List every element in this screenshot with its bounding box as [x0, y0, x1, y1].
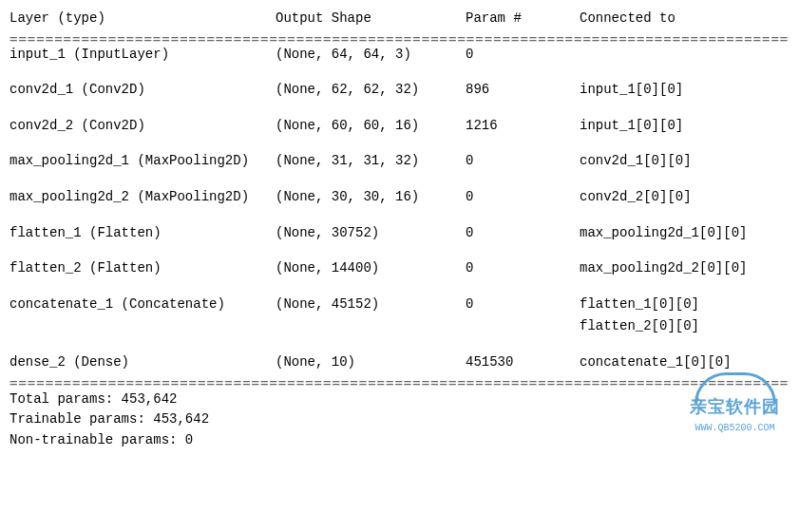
- cell-layer: max_pooling2d_2 (MaxPooling2D): [10, 188, 276, 207]
- table-row: concatenate_1 (Concatenate)(None, 45152)…: [10, 294, 789, 316]
- cell-connected: input_1[0][0]: [580, 117, 770, 136]
- separator-double: ========================================…: [10, 30, 789, 44]
- cell-layer: flatten_2 (Flatten): [10, 259, 276, 278]
- table-row: max_pooling2d_2 (MaxPooling2D)(None, 30,…: [10, 186, 789, 209]
- header-output: Output Shape: [276, 10, 466, 28]
- table-row: conv2d_2 (Conv2D)(None, 60, 60, 16)1216i…: [10, 115, 789, 138]
- cell-layer: conv2d_2 (Conv2D): [10, 117, 276, 136]
- table-body: input_1 (InputLayer)(None, 64, 64, 3)0__…: [10, 44, 789, 374]
- separator-underscore: ________________________________________…: [10, 102, 789, 115]
- cell-param: 451530: [466, 353, 580, 372]
- header-connected: Connected to: [580, 10, 770, 28]
- header-layer: Layer (type): [10, 10, 276, 28]
- separator-double-bottom: ========================================…: [10, 374, 789, 388]
- cell-param: 0: [466, 188, 580, 207]
- table-header: Layer (type) Output Shape Param # Connec…: [10, 10, 789, 28]
- cell-output: (None, 10): [276, 353, 466, 372]
- separator-underscore: ________________________________________…: [10, 338, 789, 352]
- cell-param: 0: [466, 46, 580, 65]
- cell-layer: flatten_1 (Flatten): [10, 224, 276, 243]
- cell-output: (None, 30, 30, 16): [276, 188, 466, 207]
- cell-output: (None, 64, 64, 3): [276, 46, 466, 65]
- cell-output: (None, 30752): [276, 224, 466, 243]
- total-params: Total params: 453,642: [10, 390, 789, 410]
- cell-param: 896: [466, 81, 580, 100]
- trainable-params: Trainable params: 453,642: [10, 409, 789, 430]
- cell-connected: conv2d_1[0][0]: [580, 152, 770, 171]
- cell-connected: concatenate_1[0][0]: [580, 353, 770, 372]
- table-row: max_pooling2d_1 (MaxPooling2D)(None, 31,…: [10, 150, 789, 173]
- cell-output: (None, 60, 60, 16): [276, 117, 466, 136]
- cell-layer: concatenate_1 (Concatenate): [10, 295, 276, 314]
- table-row: dense_2 (Dense)(None, 10)451530concatena…: [10, 352, 789, 374]
- separator-underscore-final: ________________________________________…: [10, 450, 789, 464]
- watermark-name: 亲宝软件园: [690, 396, 780, 420]
- table-row: input_1 (InputLayer)(None, 64, 64, 3)0: [10, 44, 789, 66]
- cell-connected: max_pooling2d_1[0][0]: [580, 224, 770, 243]
- cell-layer: dense_2 (Dense): [10, 353, 276, 372]
- cell-layer: input_1 (InputLayer): [10, 46, 276, 65]
- separator-underscore: ________________________________________…: [10, 244, 789, 257]
- cell-connected: max_pooling2d_2[0][0]: [580, 259, 770, 278]
- summary-block: Total params: 453,642 Trainable params: …: [10, 390, 789, 451]
- watermark-logo: 亲宝软件园 WWW.QB5200.COM: [690, 372, 780, 435]
- watermark-url: WWW.QB5200.COM: [690, 422, 780, 435]
- table-row: conv2d_1 (Conv2D)(None, 62, 62, 32)896in…: [10, 79, 789, 102]
- cell-connected: [580, 46, 770, 65]
- separator-underscore: ________________________________________…: [10, 66, 789, 79]
- cell-output: (None, 14400): [276, 259, 466, 278]
- cell-param: 1216: [466, 117, 580, 136]
- cell-output: (None, 45152): [276, 295, 466, 314]
- table-row-continuation: flatten_2[0][0]: [10, 315, 789, 338]
- cell-connected-extra: flatten_2[0][0]: [580, 317, 770, 336]
- table-row: flatten_1 (Flatten)(None, 30752)0max_poo…: [10, 222, 789, 245]
- cell-param: 0: [466, 295, 580, 314]
- cell-connected: input_1[0][0]: [580, 81, 770, 100]
- cell-output: (None, 62, 62, 32): [276, 81, 466, 100]
- cell-param: 0: [466, 224, 580, 243]
- nontrainable-params: Non-trainable params: 0: [10, 430, 789, 451]
- header-param: Param #: [466, 10, 580, 28]
- cell-connected: flatten_1[0][0]: [580, 295, 770, 314]
- cell-layer: max_pooling2d_1 (MaxPooling2D): [10, 152, 276, 171]
- separator-underscore: ________________________________________…: [10, 173, 789, 186]
- cell-connected: conv2d_2[0][0]: [580, 188, 770, 207]
- table-row: flatten_2 (Flatten)(None, 14400)0max_poo…: [10, 257, 789, 280]
- separator-underscore: ________________________________________…: [10, 280, 789, 294]
- separator-underscore: ________________________________________…: [10, 209, 789, 222]
- cell-param: 0: [466, 152, 580, 171]
- separator-underscore: ________________________________________…: [10, 137, 789, 150]
- cell-output: (None, 31, 31, 32): [276, 152, 466, 171]
- cell-param: 0: [466, 259, 580, 278]
- cell-layer: conv2d_1 (Conv2D): [10, 81, 276, 100]
